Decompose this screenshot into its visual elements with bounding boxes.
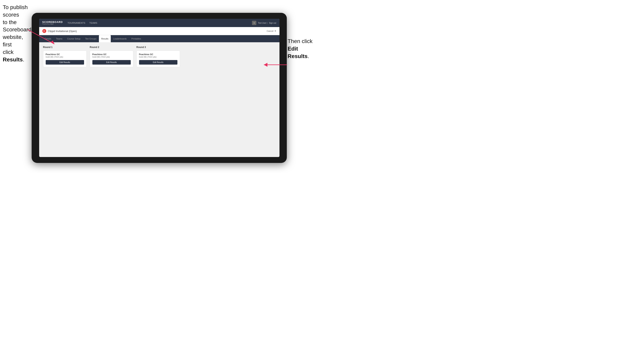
close-icon: ✕ bbox=[274, 30, 276, 32]
nav-right: U Test User | Sign out bbox=[252, 21, 276, 25]
round-3-course-detail: Gold (M) (7010 yds) bbox=[139, 56, 178, 58]
round-2-course-detail: Gold (M) (7010 yds) bbox=[92, 56, 131, 58]
tab-leaderboards[interactable]: Leaderboards bbox=[111, 35, 129, 42]
round-3-card: Peachtree GC Gold (M) (7010 yds) Edit Re… bbox=[136, 51, 180, 67]
tournament-header: C Clippd Invitational (Open) Cancel ✕ bbox=[39, 27, 280, 35]
rounds-grid: Round 1 Peachtree GC Gold (M) (7010 yds)… bbox=[43, 46, 276, 67]
nav-tournaments[interactable]: TOURNAMENTS bbox=[68, 22, 85, 24]
edit-results-btn-2[interactable]: Edit Results bbox=[92, 60, 131, 65]
round-3-title: Round 3 bbox=[136, 46, 180, 49]
round-2-title: Round 2 bbox=[90, 46, 133, 49]
user-name: Test User | bbox=[258, 22, 268, 24]
tab-printables[interactable]: Printables bbox=[129, 35, 144, 42]
nav-links: TOURNAMENTS TEAMS bbox=[68, 22, 252, 24]
cancel-button[interactable]: Cancel ✕ bbox=[266, 30, 276, 32]
tournament-name: Clippd Invitational (Open) bbox=[48, 30, 77, 33]
cancel-label: Cancel bbox=[266, 30, 273, 32]
content-area: Round 1 Peachtree GC Gold (M) (7010 yds)… bbox=[39, 42, 280, 157]
sign-out-link[interactable]: Sign out bbox=[269, 22, 276, 24]
nav-teams[interactable]: TEAMS bbox=[90, 22, 97, 24]
round-1-course-name: Peachtree GC bbox=[46, 53, 84, 55]
round-2-course-name: Peachtree GC bbox=[92, 53, 131, 55]
instruction-right-line1: Then click bbox=[288, 38, 312, 44]
instruction-line2: to the Scoreboard bbox=[3, 19, 32, 33]
logo-text: SCOREBOARD bbox=[42, 21, 63, 23]
instruction-right-line2: Edit Results bbox=[288, 46, 308, 59]
tab-course-setup[interactable]: Course Setup bbox=[65, 35, 83, 42]
tablet-screen: SCOREBOARD Powered by clippd TOURNAMENTS… bbox=[39, 19, 280, 157]
round-1-course-detail: Gold (M) (7010 yds) bbox=[46, 56, 84, 58]
round-1-column: Round 1 Peachtree GC Gold (M) (7010 yds)… bbox=[43, 46, 87, 67]
round-3-course-name: Peachtree GC bbox=[139, 53, 178, 55]
edit-results-btn-3[interactable]: Edit Results bbox=[139, 60, 178, 65]
edit-results-btn-1[interactable]: Edit Results bbox=[46, 60, 84, 65]
tab-results[interactable]: Results bbox=[99, 35, 111, 42]
user-avatar: U bbox=[252, 21, 256, 25]
tournament-title-area: C Clippd Invitational (Open) bbox=[42, 29, 77, 33]
round-3-column: Round 3 Peachtree GC Gold (M) (7010 yds)… bbox=[136, 46, 180, 67]
round-2-column: Round 2 Peachtree GC Gold (M) (7010 yds)… bbox=[90, 46, 133, 67]
tablet-frame: SCOREBOARD Powered by clippd TOURNAMENTS… bbox=[32, 13, 287, 163]
logo-sub: Powered by clippd bbox=[42, 23, 63, 25]
round-2-card: Peachtree GC Gold (M) (7010 yds) Edit Re… bbox=[90, 51, 133, 67]
tab-details[interactable]: Details bbox=[42, 35, 54, 42]
top-nav: SCOREBOARD Powered by clippd TOURNAMENTS… bbox=[39, 19, 280, 27]
tab-bar: Details Teams Course Setup Tee Groups Re… bbox=[39, 35, 280, 42]
instruction-left: To publish scores to the Scoreboard webs… bbox=[3, 3, 34, 63]
instruction-line1: To publish scores bbox=[3, 4, 28, 18]
round-1-card: Peachtree GC Gold (M) (7010 yds) Edit Re… bbox=[43, 51, 87, 67]
logo-area: SCOREBOARD Powered by clippd bbox=[42, 21, 63, 25]
tournament-icon: C bbox=[42, 29, 46, 33]
instruction-line4: click Results. bbox=[3, 49, 24, 63]
instruction-line3: website, first bbox=[3, 34, 23, 48]
round-1-title: Round 1 bbox=[43, 46, 87, 49]
tab-teams[interactable]: Teams bbox=[54, 35, 65, 42]
tab-tee-groups[interactable]: Tee Groups bbox=[83, 35, 99, 42]
instruction-right: Then click Edit Results. bbox=[288, 37, 319, 60]
